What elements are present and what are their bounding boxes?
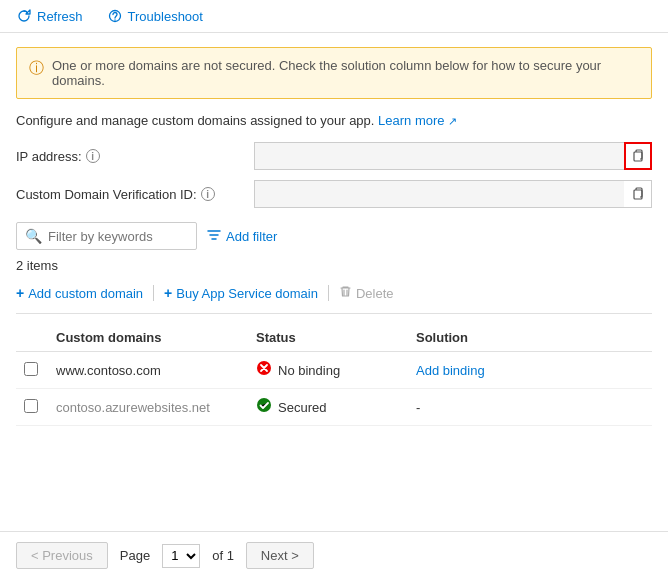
row-domain: www.contoso.com [48,352,248,389]
row-checkbox[interactable] [24,399,38,413]
copy-icon [631,148,645,165]
add-filter-label: Add filter [226,229,277,244]
status-ok-icon [256,397,272,417]
row-status: No binding [248,352,408,389]
col-solution-header: Solution [408,324,652,352]
buy-app-service-domain-button[interactable]: + Buy App Service domain [156,283,326,303]
warning-text: One or more domains are not secured. Che… [52,58,639,88]
domains-table: Custom domains Status Solution www.conto… [16,324,652,426]
status-text: Secured [278,400,326,415]
add-filter-button[interactable]: Add filter [207,228,277,245]
ip-address-input-wrap [254,142,652,170]
refresh-icon [16,8,32,24]
ip-address-info-icon[interactable]: i [86,149,100,163]
verification-id-input[interactable] [254,180,652,208]
trash-icon [339,285,352,301]
item-count: 2 items [16,258,652,273]
troubleshoot-icon [107,8,123,24]
ip-address-row: IP address: i [16,142,652,170]
main-content: ⓘ One or more domains are not secured. C… [0,33,668,440]
row-solution[interactable]: Add binding [408,352,652,389]
row-domain: contoso.azurewebsites.net [48,389,248,426]
verification-id-row: Custom Domain Verification ID: i [16,180,652,208]
delete-button[interactable]: Delete [331,283,402,303]
toolbar: Refresh Troubleshoot [0,0,668,33]
action-divider-2 [328,285,329,301]
plus-icon-1: + [16,285,24,301]
info-line: Configure and manage custom domains assi… [16,113,652,128]
external-link-icon: ↗ [448,115,457,127]
table-row: www.contoso.comNo bindingAdd binding [16,352,652,389]
row-status: Secured [248,389,408,426]
page-select[interactable]: 1 [162,544,200,568]
row-checkbox-cell [16,352,48,389]
col-custom-domains-header: Custom domains [48,324,248,352]
svg-rect-3 [634,190,642,199]
search-box: 🔍 [16,222,197,250]
add-custom-domain-button[interactable]: + Add custom domain [16,283,151,303]
refresh-label: Refresh [37,9,83,24]
page-label: Page [120,548,150,563]
warning-banner: ⓘ One or more domains are not secured. C… [16,47,652,99]
verification-id-label: Custom Domain Verification ID: i [16,187,246,202]
row-checkbox-cell [16,389,48,426]
troubleshoot-label: Troubleshoot [128,9,203,24]
ip-address-copy-button[interactable] [624,142,652,170]
refresh-button[interactable]: Refresh [12,6,87,26]
verification-id-copy-button[interactable] [624,180,652,208]
info-text: Configure and manage custom domains assi… [16,113,374,128]
search-icon: 🔍 [25,228,42,244]
action-row: + Add custom domain + Buy App Service do… [16,283,652,314]
troubleshoot-button[interactable]: Troubleshoot [103,6,207,26]
search-input[interactable] [48,229,188,244]
col-status-header: Status [248,324,408,352]
action-divider-1 [153,285,154,301]
status-error-icon [256,360,272,380]
next-button[interactable]: Next > [246,542,314,569]
table-header-row: Custom domains Status Solution [16,324,652,352]
ip-address-label: IP address: i [16,149,246,164]
filter-icon [207,228,221,245]
filter-row: 🔍 Add filter [16,222,652,250]
row-solution: - [408,389,652,426]
learn-more-link[interactable]: Learn more ↗ [378,113,457,128]
table-row: contoso.azurewebsites.netSecured- [16,389,652,426]
plus-icon-2: + [164,285,172,301]
svg-rect-2 [634,152,642,161]
warning-icon: ⓘ [29,59,44,78]
col-check-header [16,324,48,352]
status-text: No binding [278,363,340,378]
svg-point-1 [114,19,115,20]
verification-id-info-icon[interactable]: i [201,187,215,201]
copy-icon-2 [631,186,645,203]
previous-button[interactable]: < Previous [16,542,108,569]
row-checkbox[interactable] [24,362,38,376]
solution-link[interactable]: Add binding [416,363,485,378]
of-label: of 1 [212,548,234,563]
footer: < Previous Page 1 of 1 Next > [0,531,668,579]
ip-address-input[interactable] [254,142,652,170]
verification-id-input-wrap [254,180,652,208]
